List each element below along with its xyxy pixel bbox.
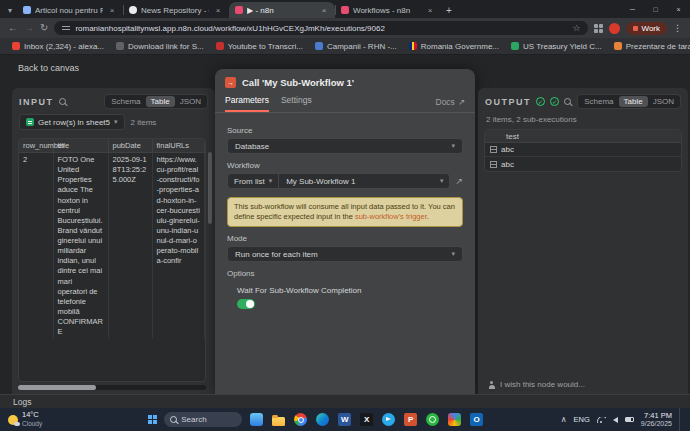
outlook-icon[interactable]: O: [469, 412, 484, 427]
volume-icon[interactable]: [613, 417, 618, 423]
bookmark-item-treasury[interactable]: US Treasury Yield C...: [506, 41, 607, 52]
tab-favicon: [23, 6, 31, 14]
edge-icon[interactable]: [315, 412, 330, 427]
bookmark-item-prezentare[interactable]: Prezentare de tara -...: [609, 41, 690, 52]
column-header[interactable]: finalURLs: [152, 139, 205, 153]
tab-close-icon[interactable]: ×: [213, 6, 223, 15]
input-tab-json[interactable]: JSON: [175, 96, 206, 107]
bookmark-item-romania-gov[interactable]: Romania Governme...: [404, 41, 504, 52]
close-button[interactable]: ×: [667, 0, 690, 18]
node-feedback-link[interactable]: I wish this node would...: [488, 380, 585, 389]
output-cell: abc: [497, 160, 681, 169]
input-tab-schema[interactable]: Schema: [106, 96, 145, 107]
logs-panel[interactable]: Logs: [0, 394, 690, 408]
forward-icon[interactable]: →: [24, 23, 34, 33]
file-explorer-icon[interactable]: [271, 412, 286, 427]
open-subworkflow-icon[interactable]: ↗: [455, 176, 463, 186]
column-header[interactable]: pubDate: [108, 139, 152, 153]
bookmark-item-youtube-transcript[interactable]: Youtube to Transcri...: [211, 41, 308, 52]
external-link-icon: ↗: [458, 97, 465, 107]
powerpoint-icon[interactable]: P: [403, 412, 418, 427]
battery-icon[interactable]: [625, 417, 634, 422]
column-header[interactable]: row_number: [19, 139, 53, 153]
output-column-header[interactable]: test: [502, 132, 681, 141]
tab-title: News Repository - Google Sho...: [141, 6, 209, 15]
sub-execution-link-icon[interactable]: [490, 161, 497, 168]
new-tab-button[interactable]: +: [441, 2, 457, 18]
back-icon[interactable]: ←: [8, 23, 18, 33]
n8n-editor: Back to canvas INPUT Schema Table JSON G…: [0, 55, 690, 394]
wait-completion-label: Wait For Sub-Workflow Completion: [237, 286, 463, 295]
browser-tab-active[interactable]: ▶ - n8n ×: [229, 2, 335, 18]
refresh-icon[interactable]: ↻: [40, 23, 48, 33]
x-app-icon[interactable]: X: [359, 412, 374, 427]
sub-execution-check-icon[interactable]: ✓: [550, 97, 559, 106]
browser-tab-1[interactable]: Articol nou pentru RHN - alexa... ×: [17, 2, 123, 18]
output-search-icon[interactable]: [564, 98, 571, 105]
bookmark-star-icon[interactable]: ☆: [572, 23, 580, 33]
tab-close-icon[interactable]: ×: [319, 6, 329, 15]
source-select[interactable]: Database ▾: [227, 138, 463, 154]
extensions-icon[interactable]: [594, 24, 603, 33]
language-indicator[interactable]: ENG: [574, 415, 590, 424]
output-row[interactable]: abc: [485, 143, 681, 157]
work-profile-badge[interactable]: Work: [626, 22, 667, 35]
show-desktop-button[interactable]: [679, 408, 682, 431]
subworkflow-trigger-link[interactable]: sub-workflow's trigger: [355, 212, 427, 221]
tab-title: ▶ - n8n: [247, 6, 315, 15]
clock-widget[interactable]: 7:41 PM 9/26/2025: [641, 411, 672, 428]
profile-avatar[interactable]: [609, 23, 620, 34]
workflow-select[interactable]: From list ▾ My Sub-Workflow 1 ▾: [227, 173, 450, 189]
workflow-mode-select[interactable]: From list ▾: [228, 174, 279, 188]
weather-widget[interactable]: 14°C Cloudy: [0, 411, 50, 427]
tab-settings[interactable]: Settings: [281, 95, 312, 112]
column-header[interactable]: title: [53, 139, 108, 153]
minimize-button[interactable]: ─: [621, 0, 644, 18]
back-to-canvas-button[interactable]: Back to canvas: [18, 63, 79, 73]
horizontal-scrollbar-thumb[interactable]: [18, 385, 96, 390]
table-row[interactable]: 2 FOTO One United Properties aduce The h…: [19, 153, 205, 340]
browser-tab-4[interactable]: Workflows - n8n ×: [335, 2, 441, 18]
output-tab-schema[interactable]: Schema: [579, 96, 618, 107]
hidden-icons-chevron[interactable]: ∧: [561, 415, 567, 424]
word-icon[interactable]: W: [337, 412, 352, 427]
workflow-value[interactable]: My Sub-Workflow 1: [279, 174, 440, 188]
gmail-icon: [12, 42, 20, 50]
output-tab-table[interactable]: Table: [619, 96, 648, 107]
maximize-button[interactable]: □: [644, 0, 667, 18]
sub-execution-link-icon[interactable]: [490, 146, 497, 153]
tab-search-icon[interactable]: ▾: [3, 2, 17, 18]
mode-select[interactable]: Run once for each item ▾: [227, 246, 463, 262]
tab-close-icon[interactable]: ×: [107, 6, 117, 15]
wifi-icon[interactable]: [597, 417, 606, 423]
output-row[interactable]: abc: [485, 157, 681, 171]
output-panel: OUTPUT ✓ ✓ Schema Table JSON 2 items, 2 …: [478, 88, 688, 394]
photos-icon[interactable]: [447, 412, 462, 427]
telegram-icon[interactable]: [381, 412, 396, 427]
input-search-icon[interactable]: [59, 98, 66, 105]
tab-close-icon[interactable]: ×: [425, 6, 435, 15]
taskbar-search[interactable]: Search: [164, 412, 242, 427]
input-source-select[interactable]: Get row(s) in sheet5 ▾: [19, 114, 125, 130]
google-sheets-icon: [26, 118, 34, 126]
start-button[interactable]: [148, 415, 157, 424]
chevron-down-icon: ▾: [451, 250, 455, 258]
bookmark-item-inbox[interactable]: Inbox (2,324) - alexa...: [7, 41, 109, 52]
docs-link[interactable]: Docs ↗: [436, 97, 466, 112]
site-info-icon[interactable]: [62, 25, 70, 31]
browser-tab-2[interactable]: News Repository - Google Sho... ×: [123, 2, 229, 18]
output-tab-json[interactable]: JSON: [648, 96, 679, 107]
profile-icon: [633, 26, 638, 31]
wait-completion-toggle[interactable]: [237, 299, 255, 309]
chrome-icon[interactable]: [293, 412, 308, 427]
tab-parameters[interactable]: Parameters: [225, 95, 269, 112]
input-tab-table[interactable]: Table: [146, 96, 175, 107]
bookmark-item-campanii[interactable]: Campanii - RHN -...: [310, 41, 402, 52]
address-bar[interactable]: romanianhospitalitynwsl.app.n8n.cloud/wo…: [54, 21, 588, 35]
store-icon[interactable]: [249, 412, 264, 427]
menu-kebab-icon[interactable]: ⋮: [673, 23, 682, 33]
cell-pubdate: 2025-09-18T13:25:25.000Z: [108, 153, 152, 340]
vertical-scrollbar[interactable]: [208, 152, 212, 224]
whatsapp-icon[interactable]: [425, 412, 440, 427]
bookmark-item-download[interactable]: Download link for S...: [111, 41, 209, 52]
